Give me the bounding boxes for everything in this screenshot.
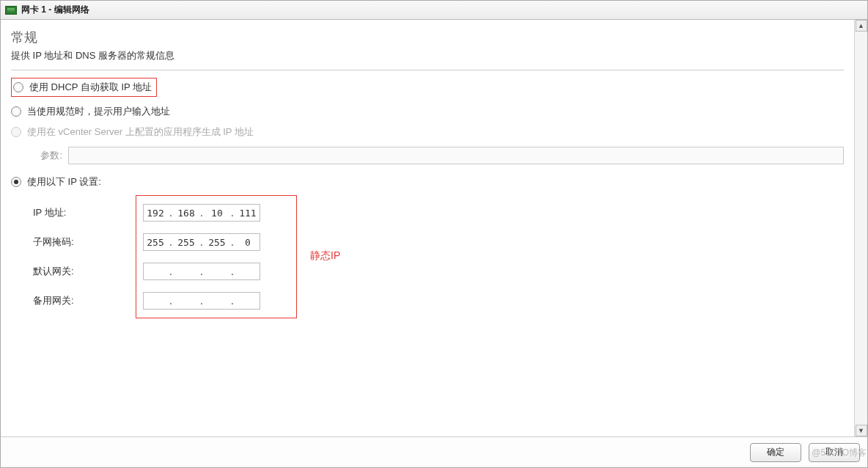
radio-vcenter-label: 使用在 vCenter Server 上配置的应用程序生成 IP 地址 xyxy=(27,125,254,139)
default-gateway-label: 默认网关: xyxy=(33,265,143,278)
cancel-button[interactable]: 取消 xyxy=(809,443,860,462)
radio-vcenter xyxy=(11,127,21,137)
content-area: 常规 提供 IP 地址和 DNS 服务器的常规信息 使用 DHCP 自动获取 I… xyxy=(1,20,854,436)
dialog-window: 网卡 1 - 编辑网络 常规 提供 IP 地址和 DNS 服务器的常规信息 使用… xyxy=(0,0,868,468)
option-static-row: 使用以下 IP 设置: xyxy=(11,172,844,192)
default-gateway-input[interactable]: . . . xyxy=(143,263,260,280)
radio-dhcp[interactable] xyxy=(13,82,23,92)
section-subtitle: 提供 IP 地址和 DNS 服务器的常规信息 xyxy=(11,49,844,62)
ip-address-row: IP 地址: 192. 168. 10. 111 xyxy=(33,198,844,227)
ok-button[interactable]: 确定 xyxy=(750,443,801,462)
ip-address-input[interactable]: 192. 168. 10. 111 xyxy=(143,204,260,222)
dhcp-highlight-annotation: 使用 DHCP 自动获取 IP 地址 xyxy=(11,78,157,97)
static-ip-block: IP 地址: 192. 168. 10. 111 子网掩码: 255. 255. xyxy=(33,198,844,315)
window-title: 网卡 1 - 编辑网络 xyxy=(21,4,89,16)
ip-address-label: IP 地址: xyxy=(33,206,143,219)
subnet-mask-input[interactable]: 255. 255. 255. 0 xyxy=(143,233,260,251)
section-heading: 常规 xyxy=(11,29,844,46)
alt-gateway-label: 备用网关: xyxy=(33,294,143,307)
param-label: 参数: xyxy=(33,149,62,162)
param-row: 参数: xyxy=(11,142,844,172)
vertical-scrollbar[interactable]: ▲ ▼ xyxy=(854,20,867,436)
default-gateway-row: 默认网关: . . . xyxy=(33,257,844,286)
subnet-mask-label: 子网掩码: xyxy=(33,235,143,249)
param-input xyxy=(68,147,844,164)
radio-static[interactable] xyxy=(11,177,21,187)
alt-gateway-input[interactable]: . . . xyxy=(143,292,260,310)
dialog-body: 常规 提供 IP 地址和 DNS 服务器的常规信息 使用 DHCP 自动获取 I… xyxy=(1,20,867,436)
radio-prompt-label: 当使用规范时，提示用户输入地址 xyxy=(27,105,170,118)
scroll-down-button[interactable]: ▼ xyxy=(856,425,867,436)
scroll-up-button[interactable]: ▲ xyxy=(856,20,867,32)
radio-static-label: 使用以下 IP 设置: xyxy=(27,175,101,189)
network-card-icon xyxy=(5,6,17,15)
alt-gateway-row: 备用网关: . . . xyxy=(33,286,844,315)
radio-dhcp-label: 使用 DHCP 自动获取 IP 地址 xyxy=(29,81,152,94)
titlebar[interactable]: 网卡 1 - 编辑网络 xyxy=(1,1,867,20)
option-vcenter-row: 使用在 vCenter Server 上配置的应用程序生成 IP 地址 xyxy=(11,122,844,142)
subnet-mask-row: 子网掩码: 255. 255. 255. 0 xyxy=(33,227,844,257)
option-prompt-row: 当使用规范时，提示用户输入地址 xyxy=(11,101,844,122)
static-ip-annotation-text: 静态IP xyxy=(310,249,340,263)
divider xyxy=(11,70,844,70)
dialog-footer: 确定 取消 xyxy=(1,436,867,467)
radio-prompt[interactable] xyxy=(11,106,21,117)
